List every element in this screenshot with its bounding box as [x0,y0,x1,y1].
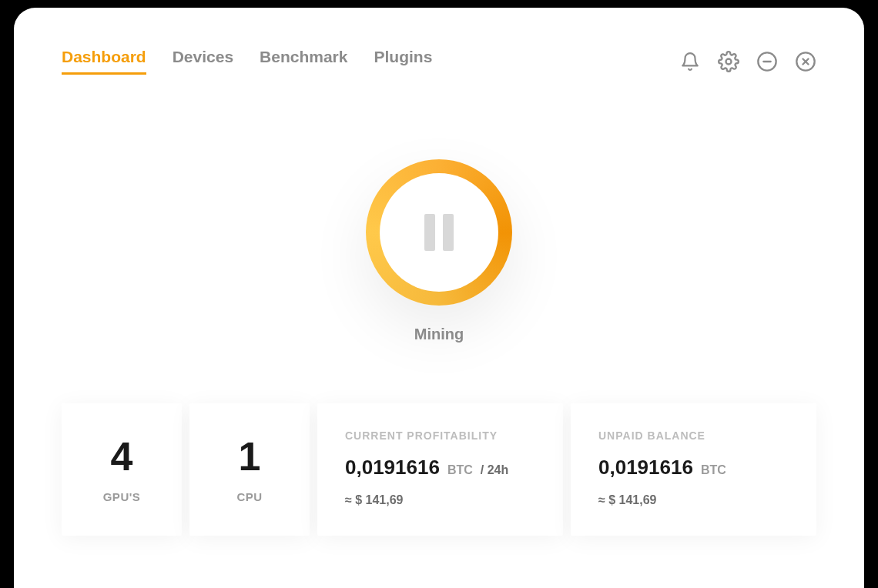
profitability-unit: BTC [447,463,473,477]
mining-toggle-button[interactable] [366,159,512,306]
tab-plugins[interactable]: Plugins [374,48,432,75]
balance-title: UNPAID BALANCE [598,429,789,442]
profitability-card: CURRENT PROFITABILITY 0,0191616 BTC / 24… [317,403,563,536]
stats-cards: 4 GPU'S 1 CPU CURRENT PROFITABILITY 0,01… [62,403,816,536]
app-window: Dashboard Devices Benchmark Plugins [14,8,864,588]
profitability-approx: ≈ $ 141,69 [345,493,535,507]
profitability-title: CURRENT PROFITABILITY [345,429,535,442]
cpu-count: 1 [239,436,261,476]
tab-benchmark[interactable]: Benchmark [260,48,347,75]
window-controls [679,51,816,72]
close-icon[interactable] [795,51,816,72]
cpu-label: CPU [236,490,262,503]
profitability-amount: 0,0191616 [345,456,440,479]
gpu-count: 4 [111,436,133,476]
bell-icon[interactable] [679,51,701,72]
gpu-label: GPU'S [103,490,141,503]
balance-amount: 0,0191616 [598,456,693,479]
mining-hero: Mining [62,159,816,343]
gpu-card: 4 GPU'S [62,403,182,536]
minimize-icon[interactable] [756,51,778,72]
pause-icon [380,173,498,292]
profitability-per: / 24h [481,463,508,477]
balance-card: UNPAID BALANCE 0,0191616 BTC ≈ $ 141,69 [571,403,816,536]
balance-approx: ≈ $ 141,69 [598,493,789,507]
mining-status-label: Mining [414,326,464,343]
tab-dashboard[interactable]: Dashboard [62,48,146,75]
cpu-card: 1 CPU [189,403,310,536]
nav-tabs: Dashboard Devices Benchmark Plugins [62,48,432,75]
top-bar: Dashboard Devices Benchmark Plugins [62,48,816,75]
gear-icon[interactable] [718,51,739,72]
svg-point-0 [726,58,732,64]
tab-devices[interactable]: Devices [173,48,233,75]
balance-unit: BTC [701,463,726,477]
